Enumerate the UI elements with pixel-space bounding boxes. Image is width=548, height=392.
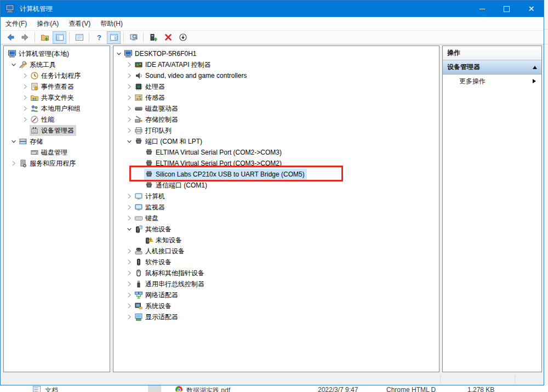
tree-item-surface: 性能 bbox=[30, 114, 56, 125]
tree-item[interactable]: 网络适配器 bbox=[113, 289, 439, 300]
menu-help[interactable]: 帮助(H) bbox=[95, 17, 128, 30]
show-action-pane-button[interactable] bbox=[107, 31, 121, 44]
chevron-collapsed-icon[interactable] bbox=[125, 291, 134, 299]
chevron-collapsed-icon[interactable] bbox=[125, 115, 134, 124]
chevron-collapsed-icon[interactable] bbox=[125, 214, 134, 223]
chevron-collapsed-icon[interactable] bbox=[9, 159, 18, 168]
show-console-tree-button[interactable] bbox=[53, 31, 66, 44]
tree-item[interactable]: 磁盘管理 bbox=[4, 147, 110, 158]
tree-item[interactable]: 本地用户和组 bbox=[4, 103, 110, 114]
forward-button[interactable] bbox=[18, 31, 32, 44]
tree-item[interactable]: 磁盘驱动器 bbox=[113, 103, 439, 114]
chevron-collapsed-icon[interactable] bbox=[21, 93, 30, 102]
tree-item[interactable]: 通用串行总线控制器 bbox=[113, 279, 439, 289]
chevron-collapsed-icon[interactable] bbox=[125, 192, 134, 201]
chevron-collapsed-icon[interactable] bbox=[21, 71, 30, 80]
chevron-expanded-icon[interactable] bbox=[125, 225, 134, 234]
scan-hardware-changes-button[interactable] bbox=[146, 31, 160, 44]
chevron-expanded-icon[interactable] bbox=[125, 137, 134, 146]
file-row[interactable]: 文档 数据湖实践.pdf 2022/3/7 9:47 Chrome HTML D… bbox=[0, 385, 548, 392]
chevron-expanded-icon[interactable] bbox=[9, 60, 18, 69]
app-icon bbox=[5, 4, 15, 13]
tree-item[interactable]: 软件设备 bbox=[113, 257, 439, 268]
tree-item[interactable]: 计算机管理(本地) bbox=[4, 48, 110, 59]
chevron-collapsed-icon[interactable] bbox=[125, 203, 134, 212]
tree-item[interactable]: 未知设备 bbox=[113, 235, 439, 246]
minimize-button[interactable] bbox=[470, 1, 494, 17]
more-actions-item[interactable]: 更多操作 bbox=[443, 75, 541, 88]
help-button[interactable]: ? bbox=[92, 31, 106, 44]
tree-item[interactable]: 鼠标和其他指针设备 bbox=[113, 268, 439, 279]
properties-button[interactable] bbox=[72, 31, 86, 44]
chevron-collapsed-icon[interactable] bbox=[125, 71, 134, 80]
chevron-collapsed-icon[interactable] bbox=[125, 104, 134, 113]
chevron-collapsed-icon[interactable] bbox=[125, 247, 134, 255]
tree-item[interactable]: 键盘 bbox=[113, 213, 439, 224]
chevron-collapsed-icon[interactable] bbox=[125, 60, 134, 69]
up-one-level-button[interactable] bbox=[38, 31, 52, 44]
chevron-collapsed-icon[interactable] bbox=[21, 82, 30, 91]
tree-item[interactable]: Sound, video and game controllers bbox=[113, 70, 439, 81]
tree-item[interactable]: 监视器 bbox=[113, 202, 439, 213]
menu-file[interactable]: 文件(F) bbox=[1, 17, 32, 30]
tree-item[interactable]: ELTIMA Virtual Serial Port (COM2->COM3) bbox=[113, 147, 439, 158]
chevron-collapsed-icon[interactable] bbox=[125, 280, 134, 288]
tree-item[interactable]: 通信端口 (COM1) bbox=[113, 180, 439, 191]
menu-view[interactable]: 查看(V) bbox=[64, 17, 95, 30]
tree-item[interactable]: 人机接口设备 bbox=[113, 246, 439, 257]
chevron-collapsed-icon[interactable] bbox=[125, 126, 134, 135]
selected-tree-item-surface: 设备管理器 bbox=[30, 125, 76, 136]
maximize-button[interactable] bbox=[494, 1, 519, 17]
chevron-collapsed-icon[interactable] bbox=[125, 313, 134, 321]
chevron-collapsed-icon[interactable] bbox=[125, 258, 134, 266]
chevron-collapsed-icon[interactable] bbox=[21, 115, 30, 124]
tree-item[interactable]: 设备管理器 bbox=[4, 125, 110, 136]
disable-device-button[interactable] bbox=[176, 31, 190, 44]
uninstall-device-button[interactable] bbox=[161, 31, 175, 44]
tree-item[interactable]: 系统设备 bbox=[113, 300, 439, 311]
tree-item[interactable]: 存储控制器 bbox=[113, 114, 439, 125]
chevron-collapsed-icon[interactable] bbox=[125, 82, 134, 91]
tree-item[interactable]: 打印队列 bbox=[113, 125, 439, 136]
chevron-collapsed-icon[interactable] bbox=[125, 302, 134, 310]
actions-group-title: 设备管理器 bbox=[447, 63, 480, 72]
chevron-collapsed-icon[interactable] bbox=[21, 104, 30, 113]
actions-group-device-manager[interactable]: 设备管理器 bbox=[443, 60, 541, 75]
tree-item[interactable]: DESKTOP-5R6F0H1 bbox=[113, 48, 439, 59]
collapse-group-icon[interactable] bbox=[533, 66, 537, 69]
tree-item-label: 性能 bbox=[41, 115, 54, 124]
tree-item[interactable]: 显示适配器 bbox=[113, 311, 439, 322]
tree-item[interactable]: 共享文件夹 bbox=[4, 92, 110, 103]
close-button[interactable]: ✕ bbox=[519, 1, 544, 17]
tree-item[interactable]: 系统工具 bbox=[4, 59, 110, 70]
chevron-expanded-icon[interactable] bbox=[115, 49, 123, 58]
tree-item[interactable]: 存储 bbox=[4, 136, 110, 147]
menu-action[interactable]: 操作(A) bbox=[32, 17, 64, 30]
tree-item[interactable]: ?其他设备 bbox=[113, 224, 439, 235]
tree-item-surface: 键盘 bbox=[134, 213, 161, 224]
maximize-icon bbox=[504, 6, 510, 12]
window-properties-icon bbox=[75, 33, 84, 42]
scan-hardware-icon bbox=[149, 33, 158, 42]
tree-item[interactable]: 传感器 bbox=[113, 92, 439, 103]
back-button[interactable] bbox=[3, 31, 17, 44]
tree-item[interactable]: 服务和应用程序 bbox=[4, 158, 110, 169]
tree-item[interactable]: 计算机 bbox=[113, 191, 439, 202]
tree-item[interactable]: 事件查看器 bbox=[4, 81, 110, 92]
tree-item[interactable]: 处理器 bbox=[113, 81, 439, 92]
tree-item[interactable]: Silicon Labs CP210x USB to UART Bridge (… bbox=[113, 169, 439, 180]
tree-item[interactable]: 任务计划程序 bbox=[4, 70, 110, 81]
processor-icon bbox=[134, 82, 143, 91]
chevron-collapsed-icon[interactable] bbox=[125, 269, 134, 277]
tree-item[interactable]: IDE ATA/ATAPI 控制器 bbox=[113, 59, 439, 70]
titlebar[interactable]: 计算机管理 ✕ bbox=[1, 1, 544, 17]
chevron-collapsed-icon[interactable] bbox=[125, 93, 134, 102]
tree-item[interactable]: 端口 (COM 和 LPT) bbox=[113, 136, 439, 147]
tree-item-surface: 磁盘管理 bbox=[30, 147, 70, 158]
chevron-expanded-icon[interactable] bbox=[9, 137, 18, 146]
scrollbar-thumb[interactable] bbox=[148, 385, 161, 392]
search-button[interactable] bbox=[127, 31, 140, 44]
tree-item[interactable]: 性能 bbox=[4, 114, 110, 125]
hid-device-icon bbox=[134, 247, 143, 255]
tree-item[interactable]: ELTIMA Virtual Serial Port (COM3->COM2) bbox=[113, 158, 439, 169]
